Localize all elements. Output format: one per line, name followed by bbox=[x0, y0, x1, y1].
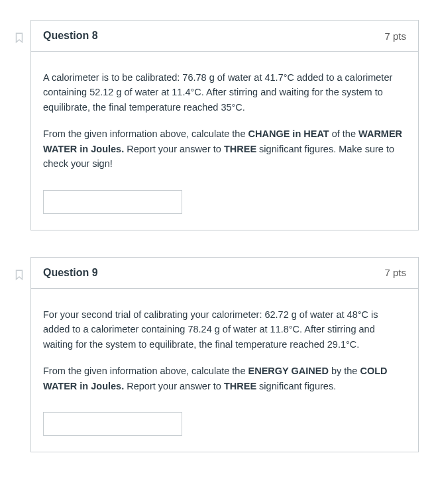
question-paragraph: A calorimeter is to be calibrated: 76.78… bbox=[43, 70, 406, 115]
question-points: 7 pts bbox=[384, 267, 406, 278]
question-title: Question 8 bbox=[43, 30, 98, 42]
text-fragment: of the bbox=[329, 128, 358, 139]
bookmark-icon[interactable] bbox=[13, 269, 25, 281]
question-paragraph: From the given information above, calcul… bbox=[43, 364, 406, 393]
text-fragment: significant figures. bbox=[256, 381, 336, 391]
text-bold: THREE bbox=[224, 144, 256, 154]
answer-input[interactable] bbox=[43, 412, 182, 436]
question-body: For your second trial of calibrating you… bbox=[31, 289, 418, 452]
question-header: Question 8 7 pts bbox=[31, 21, 418, 52]
question-header: Question 9 7 pts bbox=[31, 258, 418, 289]
text-fragment: Report your answer to bbox=[124, 381, 224, 391]
bookmark-icon[interactable] bbox=[13, 32, 25, 44]
question-paragraph: From the given information above, calcul… bbox=[43, 126, 406, 171]
text-fragment: Report your answer to bbox=[124, 144, 224, 154]
text-bold: THREE bbox=[224, 381, 256, 391]
question-paragraph: For your second trial of calibrating you… bbox=[43, 307, 406, 352]
question-points: 7 pts bbox=[384, 30, 406, 42]
text-bold: CHANGE in HEAT bbox=[248, 128, 329, 139]
text-fragment: by the bbox=[329, 366, 360, 376]
answer-input[interactable] bbox=[43, 190, 182, 214]
question-block: Question 9 7 pts For your second trial o… bbox=[13, 257, 419, 452]
text-fragment: From the given information above, calcul… bbox=[43, 128, 248, 139]
question-card: Question 9 7 pts For your second trial o… bbox=[30, 257, 419, 452]
text-bold: ENERGY GAINED bbox=[248, 366, 329, 376]
question-body: A calorimeter is to be calibrated: 76.78… bbox=[31, 52, 418, 230]
question-title: Question 9 bbox=[43, 267, 98, 279]
question-block: Question 8 7 pts A calorimeter is to be … bbox=[13, 20, 419, 230]
text-fragment: From the given information above, calcul… bbox=[43, 366, 248, 376]
question-card: Question 8 7 pts A calorimeter is to be … bbox=[30, 20, 419, 230]
